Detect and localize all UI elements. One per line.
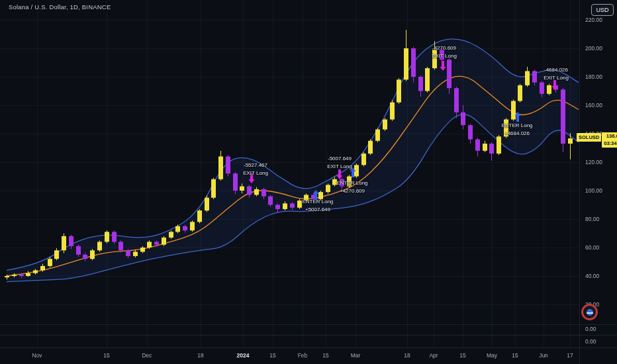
time-tick-label: Mar [351,352,361,359]
price-tick-label: 200.00 [585,45,602,52]
last-price-value: 136.68 [606,133,617,140]
chart-window: Solana / U.S. Dollar, 1D, BINANCE USD 22… [0,0,617,364]
trade-signal-label: -5007.649EXIT Long [327,155,352,171]
price-chart-canvas[interactable] [0,0,617,364]
time-tick-label: 15 [269,352,275,359]
trade-signal-label: -4684.026EXIT Long [544,66,569,82]
time-tick-label: 18 [197,352,203,359]
time-tick-label: 17 [567,352,573,359]
price-tick-label: 180.00 [585,73,602,80]
price-tick-label: 160.00 [585,102,602,109]
trade-signal-label: ENTER Long+5007.649 [302,198,333,214]
time-tick-label: May [487,352,497,359]
last-price-symbol: SOLUSD [577,133,601,142]
time-tick-label: 15 [322,352,328,359]
record-icon-glyph [587,309,593,316]
time-tick-label: 15 [512,352,518,359]
trade-signal-label: -5527.467EXIT Long [243,161,268,177]
record-icon[interactable] [581,304,598,320]
price-tick-label: 220.00 [585,17,602,23]
time-tick-label: Feb [298,352,308,359]
price-tick-label: 100.00 [585,187,602,194]
time-tick-label: 15 [459,352,465,359]
currency-toggle-button[interactable]: USD [591,4,614,16]
time-tick-label: Jun [539,352,548,359]
price-tick-label: 120.00 [585,159,602,165]
time-tick-label: Apr [429,352,438,359]
time-tick-label: 18 [404,352,410,359]
trade-signal-label: ENTER Long+4270.609 [336,179,367,195]
symbol-legend[interactable]: Solana / U.S. Dollar, 1D, BINANCE [9,3,111,11]
time-tick-label: Nov [32,352,42,359]
price-tick-label: 60.00 [585,244,599,251]
symbol-title: Solana / U.S. Dollar, 1D, BINANCE [9,3,111,11]
last-price-label[interactable]: SOLUSD 136.68 03:34:59 [577,132,617,148]
pane-zero-label: 0.00 [585,338,596,345]
time-tick-label: 15 [103,352,109,359]
trade-signal-label: ENTER Long+4684.026 [501,122,532,138]
time-tick-label: Dec [142,352,152,359]
price-tick-label: 40.00 [585,273,599,279]
bar-countdown: 03:34:59 [604,140,617,148]
pane-zero-label: 0.00 [585,326,596,332]
price-tick-label: 80.00 [585,216,599,222]
trade-signal-label: -4270.609EXIT Long [432,44,457,60]
time-tick-label: 2024 [237,352,250,359]
